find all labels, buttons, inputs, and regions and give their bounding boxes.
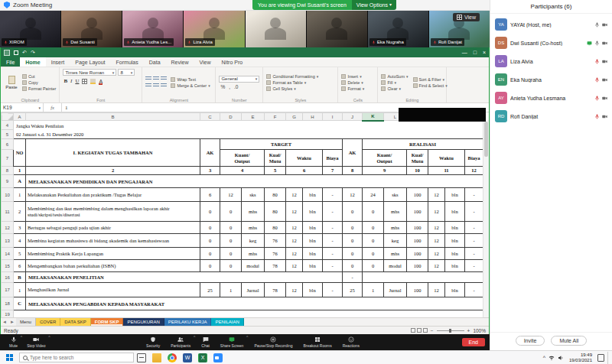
view-button[interactable]: View: [453, 13, 480, 21]
sheet-tab-menu[interactable]: Menu: [16, 318, 36, 326]
cell[interactable]: AK: [200, 139, 220, 167]
cell[interactable]: Membimbing Praktik Kerja Lapangan: [26, 248, 200, 260]
cell[interactable]: 12: [428, 248, 445, 260]
row-header-15[interactable]: 15: [2, 260, 14, 272]
show-desktop-button[interactable]: [607, 352, 610, 364]
cell[interactable]: 1: [220, 283, 242, 297]
column-header-K[interactable]: K: [363, 113, 384, 121]
chrome-icon[interactable]: [168, 353, 177, 362]
row-header-7[interactable]: 7: [2, 150, 14, 167]
merge-center-button[interactable]: Merge & Center ▾: [171, 83, 210, 88]
cell[interactable]: 24: [363, 188, 384, 202]
zoom-in-button[interactable]: +: [467, 328, 470, 333]
cell[interactable]: 78: [265, 283, 286, 297]
invite-button[interactable]: Invite: [516, 336, 545, 346]
meeting-info-shield-icon[interactable]: [4, 2, 10, 8]
chevron-up-icon[interactable]: ^: [48, 335, 50, 340]
cell[interactable]: 02 Januari s.d. 31 Desember 2020: [14, 130, 483, 139]
cell[interactable]: bln: [445, 222, 465, 234]
ribbon-tab-nitro-pro[interactable]: Nitro Pro: [216, 57, 249, 67]
cell[interactable]: 12: [286, 248, 303, 260]
maximize-button[interactable]: □: [474, 50, 477, 55]
view-mode-buttons[interactable]: [411, 328, 428, 333]
editing-sort-filter-button[interactable]: Sort & Filter▾: [413, 77, 448, 82]
cell[interactable]: 12: [428, 283, 445, 297]
cell[interactable]: NO: [14, 139, 26, 167]
cell[interactable]: 12: [343, 188, 363, 202]
cell[interactable]: bln: [445, 260, 465, 272]
cell[interactable]: 80: [265, 188, 286, 202]
participant-row[interactable]: ENEka Nugraha: [490, 70, 612, 89]
toolbar-security-button[interactable]: Security: [142, 334, 164, 350]
cell[interactable]: 8: [343, 167, 363, 175]
cell[interactable]: -: [323, 260, 343, 272]
cell[interactable]: -: [465, 283, 483, 297]
wifi-icon[interactable]: [549, 355, 555, 361]
file-explorer-icon[interactable]: [152, 353, 161, 362]
sheet-tab-form-skp[interactable]: FORM SKP: [91, 318, 124, 326]
toolbar-participants-button[interactable]: ^Participants: [166, 334, 195, 350]
cell[interactable]: 80: [265, 202, 286, 222]
cell[interactable]: MELAKSANAKAN PENGABDIAN KEPADA MASYARAKA…: [26, 297, 483, 310]
cell[interactable]: 100: [407, 188, 428, 202]
cell[interactable]: 1: [14, 167, 26, 175]
cell[interactable]: 3: [14, 222, 26, 234]
row-header-14[interactable]: 14: [2, 248, 14, 260]
cell[interactable]: 12: [286, 234, 303, 248]
participant-row[interactable]: RDRofi Danijat: [490, 107, 612, 125]
cell[interactable]: 0: [220, 248, 242, 260]
row-header-10[interactable]: 10: [2, 188, 14, 202]
cell[interactable]: mhs: [242, 202, 265, 222]
cell[interactable]: 100: [407, 222, 428, 234]
cell[interactable]: 0: [200, 234, 220, 248]
cell[interactable]: 100: [407, 234, 428, 248]
editing-autosum-button[interactable]: AutoSum▾: [381, 74, 408, 79]
redo-icon[interactable]: ↷: [31, 50, 35, 55]
cell[interactable]: -: [465, 248, 483, 260]
cell[interactable]: mhs: [384, 202, 407, 222]
cell[interactable]: bln: [303, 222, 323, 234]
mute-all-button[interactable]: Mute All: [551, 336, 587, 346]
cell[interactable]: Kuant/ Output: [220, 150, 265, 167]
sheet-tab-penilaian[interactable]: PENILAIAN: [211, 318, 243, 326]
cell[interactable]: 12: [428, 222, 445, 234]
align-center-icon[interactable]: [153, 83, 159, 88]
row-header-13[interactable]: 13: [2, 234, 14, 248]
cell[interactable]: sks: [242, 188, 265, 202]
cell[interactable]: 2: [26, 167, 200, 175]
cells-insert-button[interactable]: Insert▾: [341, 74, 364, 79]
cell[interactable]: Kuant/ Output: [363, 150, 407, 167]
editing-fill-button[interactable]: Fill▾: [381, 80, 408, 85]
styles-conditional-formatting-button[interactable]: Conditional Formatting▾: [266, 74, 318, 79]
video-tile[interactable]: [307, 11, 367, 47]
cells-delete-button[interactable]: Delete▾: [341, 80, 364, 85]
styles-format-as-table-button[interactable]: Format as Table▾: [266, 80, 318, 85]
cell[interactable]: Biaya: [465, 150, 483, 167]
excel-taskbar-icon[interactable]: X: [198, 353, 207, 362]
cell[interactable]: bln: [303, 248, 323, 260]
cell[interactable]: -: [465, 188, 483, 202]
column-header-D[interactable]: D: [220, 113, 242, 121]
start-button[interactable]: [0, 354, 19, 361]
paste-button[interactable]: Paste: [4, 76, 19, 89]
sheet-nav-right-icon[interactable]: ►: [8, 318, 16, 326]
tray-expand-icon[interactable]: ^: [543, 355, 545, 360]
cell[interactable]: 9: [363, 167, 407, 175]
cell[interactable]: AK: [343, 139, 363, 167]
font-name-select[interactable]: Times New Roman ▾: [63, 69, 116, 76]
row-header-17[interactable]: 17: [2, 283, 14, 297]
video-tile[interactable]: Anieta Yudha Les...: [122, 11, 183, 47]
column-header-B[interactable]: B: [26, 113, 200, 121]
video-tile[interactable]: XIROM: [0, 11, 60, 47]
volume-icon[interactable]: [558, 355, 564, 361]
cell[interactable]: -: [323, 234, 343, 248]
ribbon-tab-data[interactable]: Data: [144, 57, 166, 67]
cell[interactable]: 6: [14, 260, 26, 272]
cell[interactable]: 12: [428, 202, 445, 222]
cell[interactable]: 0: [220, 222, 242, 234]
zoom-slider[interactable]: [437, 330, 464, 331]
row-header-11[interactable]: 11: [2, 202, 14, 222]
cell[interactable]: 0: [200, 248, 220, 260]
cell[interactable]: Waktu: [286, 150, 323, 167]
cell[interactable]: Melaksanakan Perkuliahan dan praktikum /…: [26, 188, 200, 202]
